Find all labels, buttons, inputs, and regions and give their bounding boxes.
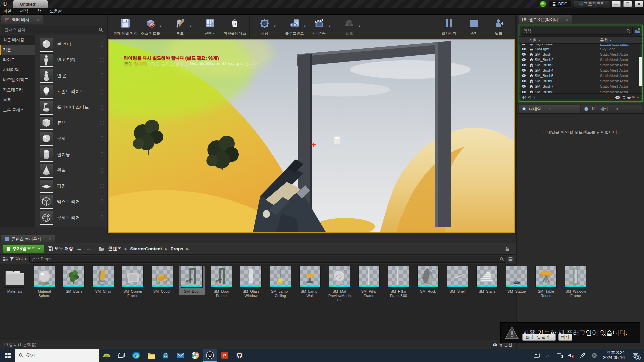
asset-SM_Bush[interactable]: SM_Bush: [61, 266, 87, 295]
breadcrumb-콘텐츠[interactable]: 콘텐츠: [108, 246, 122, 252]
actor-item[interactable]: 원뿔◦: [35, 162, 107, 178]
actor-item[interactable]: 빈 폰◦: [35, 68, 107, 83]
breadcrumb-Props[interactable]: Props: [171, 246, 183, 251]
asset-SM_Table-Round[interactable]: SM_Table Round: [533, 266, 559, 299]
chevron-down-icon[interactable]: ▼: [328, 25, 331, 28]
actor-item[interactable]: 큐브◦: [35, 115, 107, 131]
outliner-scrollbar[interactable]: [639, 57, 642, 86]
outliner-row[interactable]: SM_Bush3StaticMeshActor: [519, 62, 642, 68]
sources-panel-icon[interactable]: [3, 257, 8, 262]
asset-SM_Door[interactable]: SM_Door: [179, 266, 205, 295]
visibility-eye-icon[interactable]: [519, 79, 528, 83]
world-settings-tab[interactable]: 월드 세팅 ✕: [581, 105, 642, 113]
menu-파일[interactable]: 파일: [3, 8, 11, 14]
chevron-down-icon[interactable]: ▼: [189, 25, 192, 28]
content-browser-tab[interactable]: 콘텐츠 브라우저 ✕: [1, 235, 55, 243]
category-시네마틱[interactable]: 시네마틱: [0, 65, 35, 75]
menu-편집[interactable]: 편집: [20, 8, 28, 14]
save-all-button[interactable]: 모두 저장: [48, 246, 73, 252]
outliner-column-headers[interactable]: 라벨 ▲ 유형 ▼: [519, 36, 642, 44]
asset-SM_Glass-Window[interactable]: SM_Glass Window: [238, 266, 264, 299]
category-지오메트리[interactable]: 지오메트리: [0, 85, 35, 95]
chevron-down-icon[interactable]: ▼: [358, 25, 361, 28]
category-기본[interactable]: 기본: [0, 45, 35, 55]
actor-item[interactable]: 포인트 라이트◦: [35, 83, 107, 99]
settings-button[interactable]: 세팅▼: [252, 16, 277, 38]
breadcrumb-StarterContent[interactable]: StarterContent: [130, 246, 162, 251]
close-icon[interactable]: ✕: [48, 237, 51, 241]
place-actors-tab[interactable]: 액터 배치 ✕: [1, 15, 43, 24]
asset-Material-Sphere[interactable]: Material Sphere: [32, 266, 57, 299]
outliner-row[interactable]: SkyLightSkyLight: [519, 46, 642, 52]
notification-center-button[interactable]: 3: [629, 349, 642, 362]
maximize-button[interactable]: ❐: [623, 1, 632, 7]
cinematics-button[interactable]: 시네마틱▼: [307, 16, 332, 38]
taskbar-app-store[interactable]: [158, 349, 173, 362]
marketplace-button[interactable]: U마켓플레이스: [222, 16, 247, 38]
outliner-search-input[interactable]: 검색...: [521, 27, 633, 35]
actor-item[interactable]: 박스 트리거◦: [35, 194, 107, 209]
stop-button[interactable]: 중지: [462, 16, 486, 38]
asset-SM_Stairs[interactable]: SM_Stairs: [474, 266, 500, 295]
outliner-row[interactable]: SM_Bush5StaticMeshActor: [519, 73, 642, 78]
visibility-eye-icon[interactable]: [519, 69, 528, 72]
chevron-down-icon[interactable]: ▼: [159, 25, 162, 28]
visibility-eye-icon[interactable]: [519, 53, 528, 56]
label-column[interactable]: 라벨: [529, 38, 537, 42]
asset-SM_Window-Frame[interactable]: SM_Window Frame: [563, 266, 588, 299]
category-볼륨[interactable]: 볼륨: [0, 95, 35, 105]
volume-muted-icon[interactable]: [566, 349, 576, 362]
minimize-button[interactable]: —: [612, 1, 621, 7]
close-button[interactable]: ✕: [635, 1, 643, 7]
outliner-row[interactable]: SM_Bush7StaticMeshActor: [519, 84, 642, 89]
back-button[interactable]: ←: [76, 245, 82, 252]
taskbar-clock[interactable]: 오후 3:24 2024-05-16: [600, 350, 627, 360]
asset-SM_Pillar-Frame[interactable]: SM_Pillar Frame: [356, 266, 382, 299]
outliner-row[interactable]: SM_BushStaticMeshActor: [519, 52, 642, 57]
menu-도움말[interactable]: 도움말: [50, 8, 62, 14]
asset-SM_Couch[interactable]: SM_Couch: [150, 266, 175, 295]
actor-item[interactable]: 빈 캐릭터◦: [35, 52, 107, 68]
news-widget-icon[interactable]: [532, 349, 542, 362]
save-level-button[interactable]: 현재 레벨 저장: [113, 16, 138, 38]
visibility-eye-icon[interactable]: [519, 63, 528, 67]
outliner-row[interactable]: SM_Bush6StaticMeshActor: [519, 78, 642, 84]
outliner-row[interactable]: Sky SphereBP_Sky_Sphere: [519, 44, 642, 46]
taskbar-app-chrome[interactable]: [188, 349, 203, 362]
class-search-input[interactable]: 클래스 검색: [2, 26, 105, 33]
taskbar-app-edge[interactable]: [129, 349, 144, 362]
forward-button[interactable]: →: [86, 245, 91, 252]
actor-type[interactable]: BP_Sky_Sphere: [600, 44, 642, 46]
taskbar-app-taskview[interactable]: [114, 349, 129, 362]
level-tab[interactable]: Untitled*: [13, 0, 48, 8]
taskbar-app-github[interactable]: [232, 349, 247, 362]
outliner-row[interactable]: SM_Bush4StaticMeshActor: [519, 68, 642, 73]
category-모든 클래스[interactable]: 모든 클래스: [0, 105, 35, 115]
asset-SM_Shelf[interactable]: SM_Shelf: [445, 266, 470, 295]
visibility-eye-icon[interactable]: [519, 85, 528, 88]
manage-plugins-button[interactable]: 플러그인 관리...: [522, 334, 556, 341]
status-x-icon[interactable]: [589, 349, 599, 362]
source-control-button[interactable]: 소스 컨트롤▼: [138, 16, 163, 38]
category-비주얼 이펙트[interactable]: 비주얼 이펙트: [0, 75, 35, 85]
pen-icon[interactable]: [578, 349, 588, 362]
asset-SM_Statue[interactable]: SM_Statue: [504, 266, 529, 295]
save-search-icon[interactable]: [508, 257, 513, 262]
close-icon[interactable]: ✕: [548, 107, 551, 111]
build-button[interactable]: 빌드▼: [337, 16, 362, 38]
chevron-down-icon[interactable]: ▼: [303, 25, 306, 28]
taskbar-app-powerpoint[interactable]: P: [217, 349, 232, 362]
modes-button[interactable]: 모드▼: [168, 16, 193, 38]
filter-button[interactable]: 필터 ▼: [10, 256, 27, 262]
hidden-icons-chevron[interactable]: ︿: [543, 349, 553, 362]
visibility-eye-icon[interactable]: [519, 58, 528, 61]
new-folder-icon[interactable]: [634, 28, 640, 34]
start-button[interactable]: [0, 349, 15, 362]
actor-item[interactable]: 구체◦: [35, 131, 107, 146]
asset-Materials[interactable]: Materials: [2, 266, 28, 295]
actor-item[interactable]: 평면◦: [35, 178, 107, 194]
blueprints-button[interactable]: 블루프린트▼: [282, 16, 307, 38]
close-icon[interactable]: ✕: [36, 18, 39, 22]
asset-SM_Lamp_-Wall[interactable]: SM_Lamp_ Wall: [297, 266, 323, 299]
actor-item[interactable]: 빈 액터◦: [35, 36, 107, 52]
